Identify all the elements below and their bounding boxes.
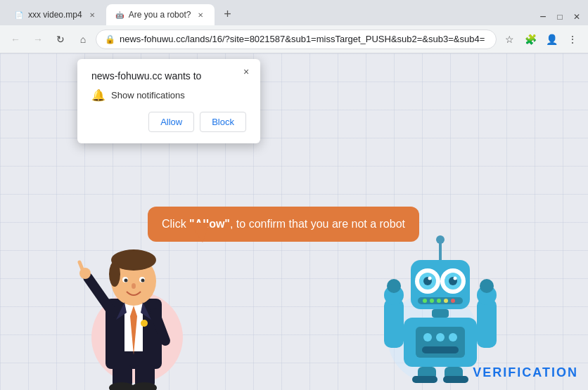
tab-favicon-video: 📄 <box>14 10 24 20</box>
home-button[interactable]: ⌂ <box>73 30 93 49</box>
reload-button[interactable]: ↻ <box>51 30 70 49</box>
tab-favicon-robot: 🤖 <box>115 10 124 20</box>
svg-point-51 <box>480 279 494 293</box>
block-button[interactable]: Block <box>200 112 246 132</box>
browser-frame: 📄 xxx video.mp4 ✕ 🤖 Are you a robot? ✕ +… <box>0 0 588 390</box>
svg-point-48 <box>387 279 401 293</box>
svg-rect-54 <box>412 376 437 383</box>
popup-notification-text: Show notifications <box>111 90 185 100</box>
svg-rect-46 <box>384 299 404 348</box>
svg-point-9 <box>141 279 145 282</box>
svg-line-11 <box>88 278 113 313</box>
popup-buttons: Allow Block <box>91 112 246 132</box>
svg-point-10 <box>132 283 136 289</box>
back-button[interactable]: ← <box>6 30 25 49</box>
notification-popup: × news-fohuwu.cc wants to 🔔 Show notific… <box>77 59 260 143</box>
extensions-button[interactable]: 🧩 <box>520 30 540 49</box>
address-bar[interactable]: 🔒 news-fohuwu.cc/lands/16/?site=8021587&… <box>96 30 497 49</box>
speech-bubble: Click "Allow", to confirm that you are n… <box>148 207 419 242</box>
svg-point-37 <box>444 299 448 303</box>
bookmark-star-button[interactable]: ☆ <box>499 30 519 49</box>
new-tab-button[interactable]: + <box>217 4 237 24</box>
tab-title-robot: Are you a robot? <box>129 10 191 20</box>
minimize-button[interactable]: − <box>537 11 549 22</box>
svg-point-8 <box>124 279 128 282</box>
person-illustration <box>74 221 193 390</box>
tab-close-video[interactable]: ✕ <box>87 9 98 20</box>
svg-point-21 <box>141 320 148 327</box>
tab-title-video: xxx video.mp4 <box>28 10 82 20</box>
svg-point-23 <box>436 235 445 244</box>
close-button[interactable]: ✕ <box>571 11 582 22</box>
svg-point-42 <box>423 333 432 342</box>
svg-point-35 <box>430 299 434 303</box>
svg-rect-49 <box>477 299 497 348</box>
menu-button[interactable]: ⋮ <box>563 30 582 49</box>
svg-line-13 <box>79 262 82 269</box>
svg-point-5 <box>109 261 120 287</box>
security-icon: 🔒 <box>105 34 115 44</box>
svg-point-36 <box>437 299 441 303</box>
svg-point-44 <box>449 333 457 342</box>
tab-robot[interactable]: 🤖 Are you a robot? ✕ <box>106 4 215 25</box>
window-controls: − □ ✕ <box>537 11 582 22</box>
popup-title: news-fohuwu.cc wants to <box>91 70 246 82</box>
svg-point-34 <box>423 299 427 303</box>
tab-close-robot[interactable]: ✕ <box>195 9 206 20</box>
profile-button[interactable]: 👤 <box>542 30 561 49</box>
svg-point-31 <box>428 277 432 280</box>
svg-rect-45 <box>422 346 459 353</box>
svg-rect-39 <box>432 309 449 318</box>
toolbar: ← → ↻ ⌂ 🔒 news-fohuwu.cc/lands/16/?site=… <box>0 25 588 53</box>
title-bar: 📄 xxx video.mp4 ✕ 🤖 Are you a robot? ✕ +… <box>0 0 588 25</box>
url-text: news-fohuwu.cc/lands/16/?site=8021587&su… <box>120 34 487 44</box>
toolbar-actions: ☆ 🧩 👤 ⋮ <box>499 30 582 49</box>
allow-button[interactable]: Allow <box>148 112 194 132</box>
forward-button[interactable]: → <box>28 30 48 49</box>
svg-point-38 <box>451 299 455 303</box>
speech-bubble-text: Click "Allow", to confirm that you are n… <box>162 218 405 230</box>
tab-video[interactable]: 📄 xxx video.mp4 ✕ <box>6 4 106 25</box>
svg-point-32 <box>454 277 457 280</box>
popup-notification-row: 🔔 Show notifications <box>91 89 246 102</box>
robot-illustration <box>377 228 504 383</box>
svg-rect-55 <box>443 376 468 383</box>
popup-close-button[interactable]: × <box>239 65 253 79</box>
bell-icon: 🔔 <box>91 89 106 102</box>
maximize-button[interactable]: □ <box>554 11 565 22</box>
page-content: × news-fohuwu.cc wants to 🔔 Show notific… <box>0 53 588 390</box>
verification-label: VERIFICATION <box>473 365 578 380</box>
svg-point-43 <box>436 333 445 342</box>
